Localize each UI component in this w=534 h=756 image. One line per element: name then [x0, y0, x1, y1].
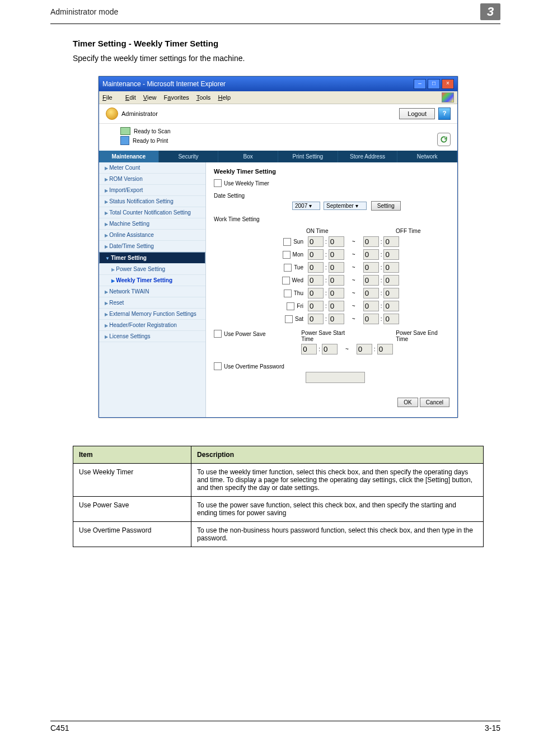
use-power-save-label: Use Power Save	[224, 331, 265, 337]
sidebar-item-online-assistance[interactable]: Online Assistance	[99, 230, 205, 241]
main-pane: Weekly Timer Setting Use Weekly Timer Da…	[206, 162, 457, 417]
sidebar-item-total-counter[interactable]: Total Counter Notification Setting	[99, 207, 205, 218]
on-hour[interactable]	[308, 314, 324, 324]
ps-start-min[interactable]	[322, 344, 338, 354]
menu-edit[interactable]: Edit	[125, 94, 136, 101]
tab-box[interactable]: Box	[218, 151, 278, 162]
col-header-item: Item	[73, 446, 191, 464]
on-hour[interactable]	[308, 236, 324, 247]
use-power-save-checkbox[interactable]	[214, 330, 222, 338]
page-header-title: Administrator mode	[50, 7, 118, 16]
menu-tools[interactable]: Tools	[196, 94, 211, 101]
ps-end-hour[interactable]	[357, 344, 372, 354]
table-row: Use Weekly Timer To use the weekly timer…	[73, 464, 484, 497]
day-row-sun: Sun:~:	[214, 236, 449, 247]
off-min[interactable]	[383, 236, 399, 247]
year-select[interactable]: 2007 ▾	[292, 202, 320, 210]
tab-security[interactable]: Security	[159, 151, 219, 162]
on-hour[interactable]	[308, 262, 324, 273]
on-min[interactable]	[329, 275, 344, 286]
menu-favorites[interactable]: Favorites	[164, 94, 189, 101]
sidebar-item-network-twain[interactable]: Network TWAIN	[99, 286, 205, 297]
on-min[interactable]	[329, 301, 344, 311]
day-label: Wed	[292, 277, 303, 283]
on-hour[interactable]	[308, 301, 324, 311]
menu-file[interactable]: File	[102, 94, 118, 101]
day-checkbox-mon[interactable]	[283, 251, 291, 259]
day-checkbox-sat[interactable]	[285, 315, 293, 323]
use-overtime-label: Use Overtime Password	[224, 363, 284, 370]
on-min[interactable]	[329, 288, 344, 298]
refresh-button[interactable]	[437, 133, 451, 146]
logout-button[interactable]: Logout	[399, 108, 435, 119]
off-min[interactable]	[383, 262, 399, 273]
minimize-button[interactable]: –	[414, 79, 426, 89]
sidebar-item-weekly-timer[interactable]: Weekly Timer Setting	[99, 275, 205, 286]
menu-help[interactable]: Help	[218, 94, 231, 101]
on-min[interactable]	[329, 249, 344, 260]
sidebar-item-timer-setting[interactable]: Timer Setting	[99, 252, 205, 264]
use-weekly-checkbox[interactable]	[214, 179, 222, 187]
cell-desc: To use the non-business hours password f…	[191, 522, 484, 547]
table-row: Use Power Save To use the power save fun…	[73, 497, 484, 522]
sidebar-item-reset[interactable]: Reset	[99, 297, 205, 309]
off-hour[interactable]	[363, 301, 379, 311]
scan-status-icon	[120, 127, 130, 135]
day-checkbox-thu[interactable]	[284, 290, 292, 297]
off-min[interactable]	[383, 249, 399, 260]
month-select[interactable]: September ▾	[324, 202, 367, 210]
on-min[interactable]	[329, 262, 344, 273]
day-checkbox-wed[interactable]	[282, 277, 290, 284]
sidebar-item-power-save[interactable]: Power Save Setting	[99, 264, 205, 275]
use-overtime-checkbox[interactable]	[214, 362, 222, 370]
cancel-button[interactable]: Cancel	[420, 398, 449, 407]
sidebar-item-external-memory[interactable]: External Memory Function Settings	[99, 309, 205, 320]
off-hour[interactable]	[363, 288, 379, 298]
tab-maintenance[interactable]: Maintenance	[99, 151, 159, 162]
sidebar-item-rom-version[interactable]: ROM Version	[99, 174, 205, 185]
ok-button[interactable]: OK	[397, 398, 418, 407]
off-hour[interactable]	[363, 275, 379, 286]
on-min[interactable]	[329, 236, 344, 247]
sidebar-item-meter-count[interactable]: Meter Count	[99, 162, 205, 174]
ps-start-label: Power Save Start Time	[301, 330, 357, 342]
day-label: Sat	[295, 316, 303, 322]
off-min[interactable]	[383, 288, 399, 298]
tab-network[interactable]: Network	[397, 151, 457, 162]
off-min[interactable]	[383, 275, 399, 286]
on-hour[interactable]	[308, 288, 324, 298]
day-checkbox-fri[interactable]	[287, 302, 294, 310]
window-titlebar[interactable]: Maintenance - Microsoft Internet Explore…	[99, 77, 457, 91]
sidebar-item-status-notification[interactable]: Status Notification Setting	[99, 196, 205, 207]
tab-print-setting[interactable]: Print Setting	[278, 151, 338, 162]
off-min[interactable]	[383, 301, 399, 311]
overtime-password-input[interactable]	[306, 372, 365, 383]
on-hour[interactable]	[308, 249, 324, 260]
maximize-button[interactable]: □	[428, 79, 440, 89]
close-button[interactable]: ×	[442, 79, 454, 89]
ps-end-min[interactable]	[377, 344, 393, 354]
sidebar-item-import-export[interactable]: Import/Export	[99, 185, 205, 196]
on-hour[interactable]	[308, 275, 324, 286]
sidebar-item-license[interactable]: License Settings	[99, 331, 205, 342]
day-row-wed: Wed:~:	[214, 275, 449, 286]
tab-store-address[interactable]: Store Address	[338, 151, 398, 162]
on-min[interactable]	[329, 314, 344, 324]
day-checkbox-sun[interactable]	[283, 238, 291, 246]
sidebar-item-header-footer[interactable]: Header/Footer Registration	[99, 320, 205, 331]
date-setting-button[interactable]: Setting	[371, 201, 401, 211]
menu-view[interactable]: View	[143, 94, 157, 101]
off-hour[interactable]	[363, 236, 379, 247]
sidebar-item-machine-setting[interactable]: Machine Setting	[99, 218, 205, 230]
tab-bar: Maintenance Security Box Print Setting S…	[99, 151, 457, 162]
off-hour[interactable]	[363, 314, 379, 324]
sidebar-item-date-time[interactable]: Date/Time Setting	[99, 241, 205, 252]
off-hour[interactable]	[363, 262, 379, 273]
browser-window: Maintenance - Microsoft Internet Explore…	[99, 76, 458, 418]
ps-start-hour[interactable]	[301, 344, 317, 354]
help-button[interactable]: ?	[438, 108, 451, 120]
day-checkbox-tue[interactable]	[284, 264, 292, 272]
refresh-icon	[440, 136, 448, 143]
off-hour[interactable]	[363, 249, 379, 260]
off-min[interactable]	[383, 314, 399, 324]
